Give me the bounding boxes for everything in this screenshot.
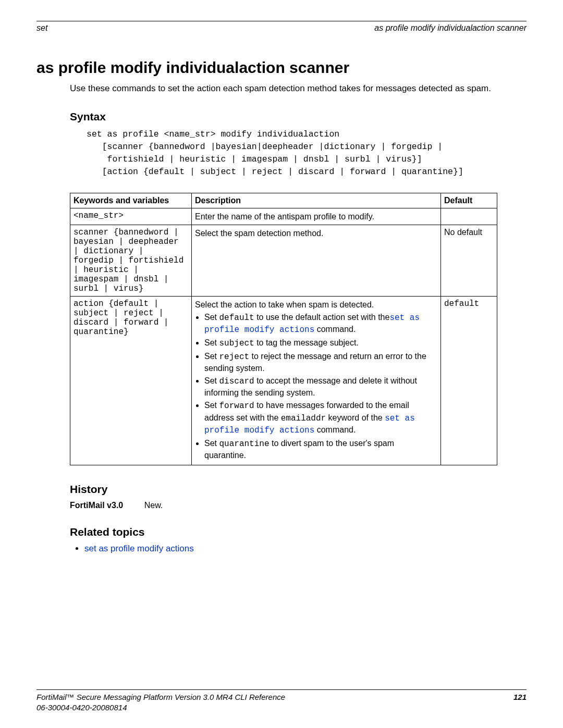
desc-bullet: Set default to use the default action se…: [204, 312, 437, 336]
history-version: FortiMail v3.0: [70, 501, 123, 510]
cell-keyword: <name_str>: [70, 208, 192, 225]
inline-code: subject: [219, 339, 254, 348]
inline-code: forward: [219, 401, 254, 411]
footer-line2: 06-30004-0420-20080814: [36, 703, 127, 712]
footer-text: FortiMail™ Secure Messaging Platform Ver…: [36, 692, 285, 712]
th-description: Description: [192, 193, 441, 208]
desc-bullet: Set subject to tag the message subject.: [204, 337, 437, 350]
cell-keyword: action {default | subject | reject | dis…: [70, 297, 192, 465]
table-row: action {default | subject | reject | dis…: [70, 297, 497, 465]
header-left: set: [36, 23, 47, 33]
cell-description: Enter the name of the antispam profile t…: [192, 208, 441, 225]
inline-code: reject: [219, 352, 249, 362]
cell-default: [441, 208, 497, 225]
history-entry: FortiMail v3.0 New.: [70, 501, 527, 510]
desc-bullet: Set discard to accept the message and de…: [204, 375, 437, 399]
keywords-table: Keywords and variables Description Defau…: [70, 193, 497, 465]
desc-bullet: Set forward to have messages forwarded t…: [204, 400, 437, 437]
page-title: as profile modify individualaction scann…: [36, 59, 527, 77]
th-default: Default: [441, 193, 497, 208]
table-row: scanner {bannedword | bayesian | deephea…: [70, 225, 497, 297]
history-heading: History: [70, 483, 527, 496]
footer: FortiMail™ Secure Messaging Platform Ver…: [36, 689, 527, 712]
cell-default: No default: [441, 225, 497, 297]
table-row: <name_str>Enter the name of the antispam…: [70, 208, 497, 225]
cell-description: Select the action to take when spam is d…: [192, 297, 441, 465]
running-header: set as profile modify individualaction s…: [36, 23, 527, 33]
th-keywords: Keywords and variables: [70, 193, 192, 208]
related-list: set as profile modify actions: [77, 544, 527, 554]
syntax-code: set as profile <name_str> modify individ…: [87, 128, 527, 178]
inline-code: discard: [219, 377, 254, 386]
related-link[interactable]: set as profile modify actions: [84, 544, 194, 553]
inline-code: quarantine: [219, 439, 269, 449]
inline-code: default: [219, 313, 254, 323]
related-heading: Related topics: [70, 526, 527, 538]
cell-default: default: [441, 297, 497, 465]
header-rule: [36, 21, 527, 21]
page: set as profile modify individualaction s…: [0, 0, 563, 728]
history-note: New.: [144, 501, 163, 510]
cell-keyword: scanner {bannedword | bayesian | deephea…: [70, 225, 192, 297]
header-right: as profile modify individualaction scann…: [374, 23, 527, 33]
cell-description: Select the spam detection method.: [192, 225, 441, 297]
intro-paragraph: Use these commands to set the action eac…: [70, 83, 527, 95]
inline-code: emailaddr: [281, 414, 326, 423]
table-header-row: Keywords and variables Description Defau…: [70, 193, 497, 208]
desc-bullet: Set quarantine to divert spam to the use…: [204, 438, 437, 461]
footer-line1: FortiMail™ Secure Messaging Platform Ver…: [36, 693, 285, 701]
footer-rule: [36, 689, 527, 690]
syntax-heading: Syntax: [70, 110, 527, 123]
footer-page-number: 121: [513, 692, 527, 712]
related-item: set as profile modify actions: [84, 544, 527, 554]
desc-bullet: Set reject to reject the message and ret…: [204, 351, 437, 374]
